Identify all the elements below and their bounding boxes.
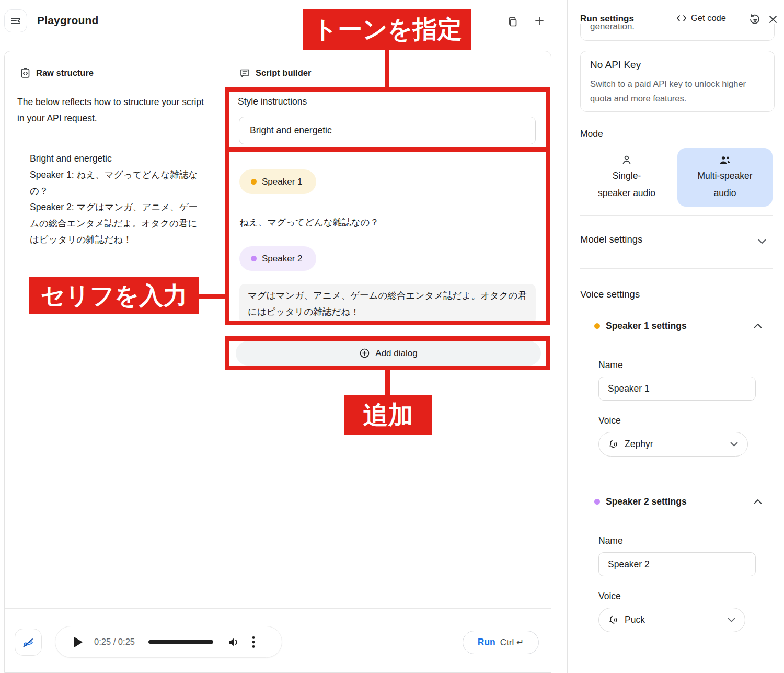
add-circle-icon: [359, 348, 370, 359]
playground-screen: Playground Raw structure The bel: [0, 0, 784, 673]
chevron-up-icon: [753, 323, 763, 329]
speaker-1-settings-header[interactable]: Speaker 1 settings: [594, 321, 763, 332]
add-annotation-line: [385, 368, 390, 395]
volume-icon: [227, 635, 240, 649]
speaker-1-name-label: Name: [598, 360, 623, 371]
divider: [580, 215, 773, 216]
chevron-up-icon: [753, 499, 763, 505]
get-code-button[interactable]: Get code: [676, 13, 726, 23]
dialog-2-text[interactable]: マグはマンガ、アニメ、ゲームの総合エンタメ誌だよ。オタクの君にはピッタリの雑誌だ…: [239, 284, 536, 324]
copy-button[interactable]: [504, 13, 521, 30]
speaker-2-voice-select[interactable]: Puck: [598, 608, 745, 632]
voice-icon: [608, 615, 618, 625]
close-panel-button[interactable]: [765, 12, 781, 27]
raw-structure-script: Bright and energetic Speaker 1: ねえ、マグってど…: [30, 151, 198, 248]
script-builder-title: Script builder: [256, 68, 311, 78]
get-code-label: Get code: [691, 13, 726, 23]
new-prompt-button[interactable]: [531, 13, 548, 29]
speaker-1-pill[interactable]: Speaker 1: [239, 169, 316, 194]
mode-multi-line2: audio: [714, 186, 736, 201]
add-annotation: 追加: [344, 395, 432, 435]
autosave-toggle-button[interactable]: [15, 629, 42, 656]
voice-icon: [608, 439, 618, 449]
no-api-key-card: No API Key Switch to a paid API key to u…: [580, 51, 775, 112]
model-settings-label: Model settings: [580, 234, 642, 245]
speaker-2-dot-icon: [594, 499, 600, 505]
speaker-2-settings-header[interactable]: Speaker 2 settings: [594, 496, 763, 507]
mode-option-single-speaker[interactable]: Single- speaker audio: [580, 148, 673, 207]
edit-off-icon: [21, 635, 35, 649]
tone-annotation: トーンを指定: [303, 9, 471, 50]
speaker-2-dot-icon: [251, 256, 257, 261]
speaker-1-dot-icon: [251, 179, 257, 185]
script-builder-icon: [239, 67, 250, 78]
voice-settings-label: Voice settings: [580, 289, 640, 300]
close-icon: [768, 14, 778, 25]
speaker-2-name-input[interactable]: [598, 552, 756, 576]
player-divider: [5, 608, 551, 609]
speaker-1-name-input[interactable]: [598, 377, 756, 401]
right-panel-divider: [567, 0, 568, 673]
speaker-2-pill[interactable]: Speaker 2: [239, 246, 316, 271]
tone-annotation-line: [385, 50, 389, 89]
speaker-2-pill-label: Speaker 2: [262, 254, 303, 264]
reset-settings-button[interactable]: [746, 12, 762, 27]
column-divider: [222, 51, 222, 608]
kebab-icon: [252, 636, 255, 648]
add-dialog-label: Add dialog: [375, 348, 417, 359]
raw-structure-title: Raw structure: [36, 68, 94, 78]
speaker-1-voice-label: Voice: [598, 415, 621, 426]
raw-structure-header: Raw structure: [20, 67, 94, 78]
speaker-2-voice-value: Puck: [625, 614, 721, 625]
panel-collapse-icon: [10, 15, 21, 27]
sidebar-toggle-button[interactable]: [4, 9, 27, 32]
reset-icon: [748, 13, 760, 26]
speaker-1-settings-title: Speaker 1 settings: [606, 321, 747, 332]
player-menu-button[interactable]: [252, 636, 255, 648]
mode-label: Mode: [580, 129, 603, 140]
script-line: Speaker 2: マグはマンガ、アニメ、ゲームの総合エンタメ誌だよ。オタクの…: [30, 199, 198, 248]
no-api-key-title: No API Key: [590, 59, 641, 71]
mode-multi-line1: Multi-speaker: [697, 168, 752, 184]
audio-player: 0:25 / 0:25: [55, 626, 282, 658]
add-dialog-button[interactable]: Add dialog: [236, 341, 541, 366]
style-instructions-input[interactable]: [239, 117, 536, 144]
speaker-2-settings-title: Speaker 2 settings: [606, 496, 747, 507]
code-icon: [676, 14, 687, 22]
dialog-annotation-line: [199, 294, 225, 299]
run-label: Run: [478, 637, 495, 648]
no-api-key-body: Switch to a paid API key to unlock highe…: [590, 76, 764, 106]
page-title: Playground: [37, 14, 99, 27]
playback-time: 0:25 / 0:25: [94, 637, 135, 647]
raw-structure-description: The below reflects how to structure your…: [17, 94, 204, 127]
script-line: Bright and energetic: [30, 151, 198, 167]
person-icon: [620, 154, 633, 166]
dialog-annotation: セリフを入力: [29, 277, 199, 314]
speaker-2-voice-label: Voice: [598, 591, 621, 602]
speaker-1-dot-icon: [594, 323, 600, 329]
mode-option-multi-speaker[interactable]: Multi-speaker audio: [677, 148, 773, 207]
run-shortcut: Ctrl ↵: [500, 637, 524, 648]
run-settings-title: Run settings: [580, 14, 634, 24]
mode-single-line2: speaker audio: [598, 186, 655, 201]
play-button[interactable]: [74, 637, 83, 647]
raw-structure-icon: [20, 67, 31, 78]
progress-bar[interactable]: [148, 640, 213, 644]
volume-button[interactable]: [227, 635, 240, 649]
chevron-down-icon: [728, 618, 735, 622]
copy-icon: [507, 16, 518, 27]
model-settings-expander[interactable]: [756, 235, 768, 247]
chevron-down-icon: [730, 442, 738, 447]
speaker-1-voice-value: Zephyr: [625, 439, 724, 450]
chevron-down-icon: [757, 238, 767, 244]
people-icon: [718, 154, 732, 166]
divider: [580, 268, 773, 269]
script-line: Speaker 1: ねえ、マグってどんな雑誌なの？: [30, 167, 198, 199]
dialog-1-text[interactable]: ねえ、マグってどんな雑誌なの？: [239, 214, 532, 231]
speaker-1-voice-select[interactable]: Zephyr: [598, 432, 748, 457]
speaker-1-pill-label: Speaker 1: [262, 177, 303, 187]
plus-icon: [534, 16, 545, 26]
run-button[interactable]: Run Ctrl ↵: [463, 631, 539, 654]
style-instructions-label: Style instructions: [238, 96, 307, 107]
speaker-2-name-label: Name: [598, 535, 623, 546]
